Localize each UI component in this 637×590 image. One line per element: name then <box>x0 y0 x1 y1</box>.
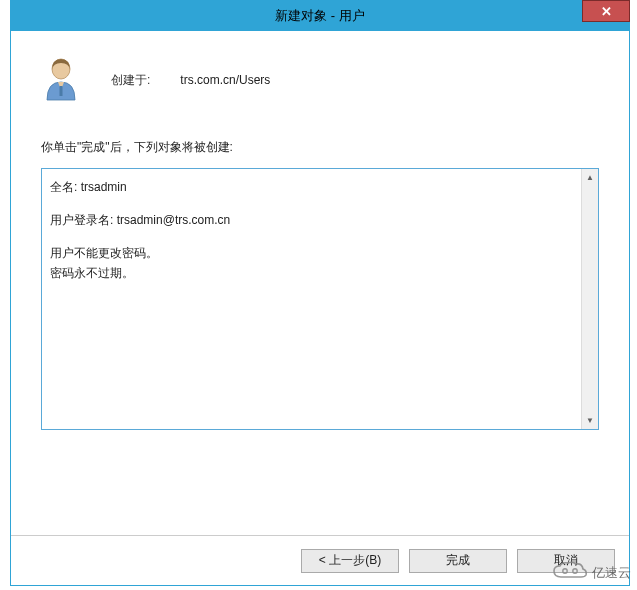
titlebar[interactable]: 新建对象 - 用户 ✕ <box>11 1 629 31</box>
header-row: 创建于: trs.com.cn/Users <box>41 56 599 104</box>
prompt-text: 你单击"完成"后，下列对象将被创建: <box>41 139 599 156</box>
dialog-content: 创建于: trs.com.cn/Users 你单击"完成"后，下列对象将被创建:… <box>11 31 629 430</box>
window-title: 新建对象 - 用户 <box>275 7 365 25</box>
vertical-scrollbar[interactable]: ▲ ▼ <box>581 169 598 429</box>
watermark-text: 亿速云 <box>592 564 631 582</box>
scroll-down-arrow-icon[interactable]: ▼ <box>582 412 598 429</box>
summary-text: 全名: trsadmin 用户登录名: trsadmin@trs.com.cn … <box>42 169 581 429</box>
finish-button[interactable]: 完成 <box>409 549 507 573</box>
cloud-logo-icon <box>552 561 588 584</box>
close-button[interactable]: ✕ <box>582 0 630 22</box>
svg-point-3 <box>573 569 577 573</box>
created-in-label: 创建于: <box>111 72 150 89</box>
scroll-up-arrow-icon[interactable]: ▲ <box>582 169 598 186</box>
watermark: 亿速云 <box>552 561 631 584</box>
summary-cannot-change-pw: 用户不能更改密码。 <box>50 245 573 262</box>
summary-pw-never-expires: 密码永不过期。 <box>50 265 573 282</box>
svg-point-2 <box>563 569 567 573</box>
close-icon: ✕ <box>601 4 612 19</box>
summary-logon-name: 用户登录名: trsadmin@trs.com.cn <box>50 212 573 229</box>
user-icon <box>41 56 81 104</box>
dialog-window: 新建对象 - 用户 ✕ 创建于: trs.com.cn/Users 你单击"完成… <box>10 0 630 586</box>
created-in-path: trs.com.cn/Users <box>180 73 270 87</box>
summary-box: 全名: trsadmin 用户登录名: trsadmin@trs.com.cn … <box>41 168 599 430</box>
svg-rect-1 <box>60 86 63 96</box>
summary-full-name: 全名: trsadmin <box>50 179 573 196</box>
button-bar: < 上一步(B) 完成 取消 <box>11 535 629 585</box>
back-button[interactable]: < 上一步(B) <box>301 549 399 573</box>
